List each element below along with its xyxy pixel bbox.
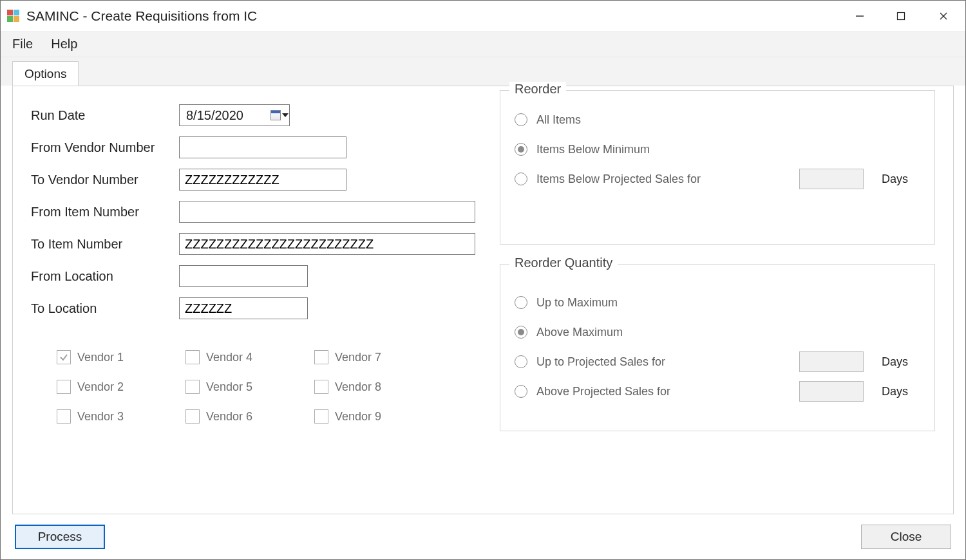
from-item-label: From Item Number xyxy=(31,205,179,219)
menu-help[interactable]: Help xyxy=(51,37,77,51)
vendor-6-checkbox[interactable]: Vendor 6 xyxy=(185,409,314,424)
process-button[interactable]: Process xyxy=(15,525,105,549)
menubar: File Help xyxy=(1,32,965,57)
from-location-input[interactable] xyxy=(179,265,308,287)
vendor-9-checkbox[interactable]: Vendor 9 xyxy=(314,409,443,424)
close-button[interactable]: Close xyxy=(861,525,951,549)
run-date-input[interactable]: 8/15/2020 xyxy=(179,104,290,126)
qty-above-projected-days-input[interactable] xyxy=(799,381,864,402)
reorder-below-projected-radio[interactable] xyxy=(515,173,527,185)
menu-file[interactable]: File xyxy=(12,37,33,51)
run-date-value: 8/15/2020 xyxy=(180,108,270,123)
vendor-3-checkbox[interactable]: Vendor 3 xyxy=(57,409,185,424)
vendor-5-checkbox[interactable]: Vendor 5 xyxy=(185,380,314,394)
minimize-button[interactable] xyxy=(839,1,880,31)
reorder-projected-days-input[interactable] xyxy=(799,169,864,189)
vendor-checkbox-grid: Vendor 1 Vendor 2 Vendor 3 Vendor 4 Vend… xyxy=(57,342,495,431)
to-vendor-input[interactable] xyxy=(179,169,346,191)
from-location-label: From Location xyxy=(31,269,179,284)
reorder-legend: Reorder xyxy=(509,82,566,97)
vendor-7-checkbox[interactable]: Vendor 7 xyxy=(314,350,443,364)
to-location-input[interactable] xyxy=(179,297,308,319)
to-item-input[interactable] xyxy=(179,233,475,255)
app-window: SAMINC - Create Requisitions from IC Fil… xyxy=(0,0,966,560)
to-item-label: To Item Number xyxy=(31,237,179,252)
titlebar: SAMINC - Create Requisitions from IC xyxy=(1,1,965,32)
tab-options[interactable]: Options xyxy=(12,61,79,86)
calendar-dropdown-icon[interactable] xyxy=(270,105,289,126)
maximize-button[interactable] xyxy=(880,1,922,31)
reorder-below-minimum-radio[interactable] xyxy=(515,143,527,156)
qty-above-max-radio[interactable] xyxy=(515,326,527,339)
vendor-4-checkbox[interactable]: Vendor 4 xyxy=(185,350,314,364)
window-controls xyxy=(839,1,965,31)
reorder-groupbox: Reorder All Items Items Below Minimum It… xyxy=(500,90,935,245)
vendor-2-checkbox[interactable]: Vendor 2 xyxy=(57,380,185,394)
qty-up-to-max-radio[interactable] xyxy=(515,296,527,309)
from-item-input[interactable] xyxy=(179,201,475,223)
to-location-label: To Location xyxy=(31,301,179,316)
run-date-label: Run Date xyxy=(31,108,179,123)
tabstrip: Options xyxy=(1,57,965,86)
app-icon xyxy=(7,10,20,23)
qty-up-to-projected-radio[interactable] xyxy=(515,355,527,368)
to-vendor-label: To Vendor Number xyxy=(31,173,179,187)
qty-above-projected-radio[interactable] xyxy=(515,385,527,398)
reorder-qty-groupbox: Reorder Quantity Up to Maximum Above Max… xyxy=(500,264,935,431)
from-vendor-label: From Vendor Number xyxy=(31,140,179,155)
vendor-8-checkbox[interactable]: Vendor 8 xyxy=(314,380,443,394)
from-vendor-input[interactable] xyxy=(179,136,346,158)
tab-options-panel: Run Date 8/15/2020 From Vendor Number To… xyxy=(12,86,954,514)
qty-up-to-projected-days-input[interactable] xyxy=(799,351,864,372)
vendor-1-checkbox[interactable]: Vendor 1 xyxy=(57,350,185,364)
close-window-button[interactable] xyxy=(922,1,965,31)
dialog-buttons: Process Close xyxy=(1,514,965,559)
reorder-qty-legend: Reorder Quantity xyxy=(509,256,618,270)
reorder-all-items-radio[interactable] xyxy=(515,113,527,126)
svg-rect-1 xyxy=(898,12,905,19)
window-title: SAMINC - Create Requisitions from IC xyxy=(26,8,839,24)
